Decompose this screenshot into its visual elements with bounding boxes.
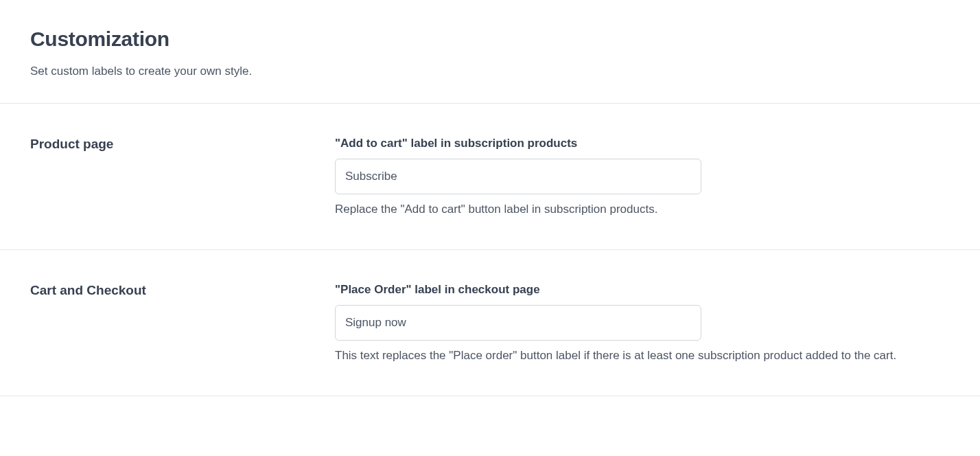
place-order-label-input[interactable] <box>335 305 701 341</box>
section-left: Product page <box>30 137 335 216</box>
section-right: "Place Order" label in checkout page Thi… <box>335 283 950 363</box>
add-to-cart-label-help: Replace the "Add to cart" button label i… <box>335 203 950 216</box>
section-right: "Add to cart" label in subscription prod… <box>335 137 950 216</box>
place-order-label-help: This text replaces the "Place order" but… <box>335 349 950 363</box>
add-to-cart-label-field-label: "Add to cart" label in subscription prod… <box>335 137 950 150</box>
page-title: Customization <box>30 27 950 51</box>
section-product-page: Product page "Add to cart" label in subs… <box>0 104 980 250</box>
page-header: Customization Set custom labels to creat… <box>0 0 980 104</box>
section-left: Cart and Checkout <box>30 283 335 363</box>
add-to-cart-label-input[interactable] <box>335 159 701 194</box>
section-title-cart-checkout: Cart and Checkout <box>30 283 335 298</box>
section-title-product-page: Product page <box>30 137 335 152</box>
place-order-label-field-label: "Place Order" label in checkout page <box>335 283 950 297</box>
section-cart-checkout: Cart and Checkout "Place Order" label in… <box>0 250 980 396</box>
page-subtitle: Set custom labels to create your own sty… <box>30 65 950 78</box>
